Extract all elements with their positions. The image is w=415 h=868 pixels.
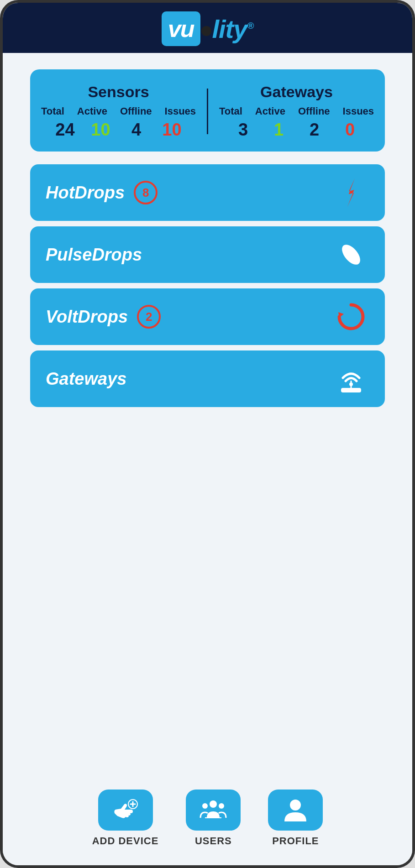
sensors-values: 24 10 4 10 [54, 120, 184, 140]
users-icon [199, 798, 228, 822]
voltdrops-badge: 2 [137, 305, 161, 329]
svg-point-0 [339, 241, 364, 268]
gateways-item[interactable]: Gateways [30, 350, 385, 407]
pulsedrop-icon [333, 236, 369, 273]
gateway-icon [333, 361, 369, 397]
hotdrops-badge: 8 [134, 181, 158, 204]
svg-point-14 [290, 800, 301, 810]
users-nav-item[interactable]: USERS [186, 790, 241, 847]
pulsedrops-name: PulseDrops [46, 245, 142, 265]
sensors-total-label: Total [41, 105, 64, 117]
profile-icon [281, 798, 310, 822]
svg-marker-1 [338, 312, 344, 318]
hotdrops-icon [333, 174, 369, 211]
hotdrops-item[interactable]: HotDrops 8 [30, 164, 385, 221]
gateways-name: Gateways [46, 369, 126, 389]
sensors-active-value: 10 [89, 120, 112, 140]
pulsedrops-item[interactable]: PulseDrops [30, 226, 385, 283]
sensors-labels: Total Active Offline Issues [41, 105, 196, 117]
gateways-labels: Total Active Offline Issues [219, 105, 374, 117]
bottom-nav: ADD DEVICE [3, 780, 412, 865]
gateways-issues-label: Issues [343, 105, 374, 117]
phone-frame: vu lity® Sensors Total Active Offline Is… [0, 0, 415, 868]
sensors-issues-label: Issues [165, 105, 196, 117]
gateways-active-label: Active [255, 105, 285, 117]
users-icon-wrap [186, 790, 241, 831]
voltdrops-left: VoltDrops 2 [46, 305, 161, 329]
add-device-icon [111, 798, 140, 822]
voltdrops-item[interactable]: VoltDrops 2 [30, 288, 385, 345]
gateways-section: Gateways Total Active Offline Issues 3 1… [217, 83, 376, 140]
gateways-issues-value: 0 [339, 120, 362, 140]
stats-divider [207, 89, 208, 134]
svg-point-10 [219, 803, 224, 809]
svg-point-9 [202, 803, 208, 809]
gateways-left: Gateways [46, 369, 126, 389]
pulsedrops-left: PulseDrops [46, 245, 142, 265]
app-logo: vu lity® [162, 11, 253, 46]
add-device-icon-wrap [98, 790, 153, 831]
sensors-section: Sensors Total Active Offline Issues 24 1… [39, 83, 198, 140]
hotdrops-name: HotDrops [46, 183, 125, 203]
device-list: HotDrops 8 PulseDrops [30, 164, 385, 407]
add-device-nav-item[interactable]: ADD DEVICE [92, 790, 159, 847]
gateways-values: 3 1 2 0 [232, 120, 362, 140]
logo-dot-icon [201, 26, 211, 36]
gateways-total-label: Total [219, 105, 242, 117]
sensors-offline-label: Offline [120, 105, 152, 117]
main-content: Sensors Total Active Offline Issues 24 1… [3, 53, 412, 780]
logo-rest-text: lity® [200, 14, 254, 44]
svg-point-8 [210, 800, 217, 808]
voltdrop-icon [333, 298, 369, 335]
gateways-offline-label: Offline [298, 105, 330, 117]
profile-label: PROFILE [272, 835, 319, 847]
gateways-total-value: 3 [232, 120, 255, 140]
users-label: USERS [195, 835, 232, 847]
hotdrops-left: HotDrops 8 [46, 181, 158, 204]
sensors-total-value: 24 [54, 120, 77, 140]
gateways-offline-value: 2 [303, 120, 326, 140]
sensors-title: Sensors [88, 83, 149, 101]
add-device-label: ADD DEVICE [92, 835, 159, 847]
voltdrops-name: VoltDrops [46, 307, 128, 327]
sensors-active-label: Active [77, 105, 107, 117]
sensors-issues-value: 10 [161, 120, 184, 140]
gateways-title: Gateways [260, 83, 333, 101]
profile-icon-wrap [268, 790, 323, 831]
logo-vu-text: vu [162, 11, 200, 46]
sensors-offline-value: 4 [125, 120, 148, 140]
header: vu lity® [3, 3, 412, 53]
svg-rect-3 [341, 388, 361, 392]
stats-card: Sensors Total Active Offline Issues 24 1… [30, 69, 385, 152]
profile-nav-item[interactable]: PROFILE [268, 790, 323, 847]
gateways-active-value: 1 [268, 120, 290, 140]
